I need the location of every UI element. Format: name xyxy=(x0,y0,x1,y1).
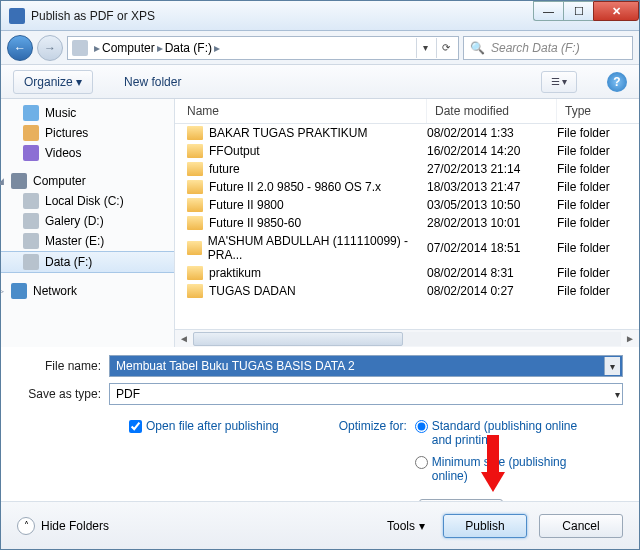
file-row[interactable]: Future II 2.0 9850 - 9860 OS 7.x18/03/20… xyxy=(175,178,639,196)
window-title: Publish as PDF or XPS xyxy=(31,9,533,23)
saveastype-select[interactable]: PDF▾ xyxy=(109,383,623,405)
horizontal-scrollbar[interactable]: ◄ ► xyxy=(175,329,639,347)
tools-menu[interactable]: Tools ▾ xyxy=(387,519,425,533)
file-name: Future II 9850-60 xyxy=(209,216,301,230)
folder-icon xyxy=(187,198,203,212)
scroll-thumb[interactable] xyxy=(193,332,403,346)
file-name: praktikum xyxy=(209,266,261,280)
optimize-standard-radio[interactable] xyxy=(415,420,428,433)
file-row[interactable]: praktikum08/02/2014 8:31File folder xyxy=(175,264,639,282)
file-name: BAKAR TUGAS PRAKTIKUM xyxy=(209,126,367,140)
tree-data-f[interactable]: Data (F:) xyxy=(1,251,174,273)
optimize-label: Optimize for: xyxy=(339,419,407,433)
file-row[interactable]: Future II 9850-6028/02/2013 10:01File fo… xyxy=(175,214,639,232)
chevron-down-icon: ▾ xyxy=(419,519,425,533)
window-buttons: — ☐ ✕ xyxy=(533,1,639,30)
chevron-right-icon: ▸ xyxy=(157,41,163,55)
filename-label: File name: xyxy=(17,359,109,373)
search-placeholder: Search Data (F:) xyxy=(491,41,580,55)
toolbar: Organize ▾ New folder ☰ ▾ ? xyxy=(1,65,639,99)
breadcrumb-drive[interactable]: Data (F:) xyxy=(165,41,212,55)
tree-local-disk-c[interactable]: Local Disk (C:) xyxy=(1,191,174,211)
column-date[interactable]: Date modified xyxy=(427,99,557,123)
file-type: File folder xyxy=(557,126,639,140)
footer: ˄ Hide Folders Tools ▾ Publish Cancel xyxy=(1,501,639,549)
view-mode-button[interactable]: ☰ ▾ xyxy=(541,71,577,93)
file-name: FFOutput xyxy=(209,144,260,158)
optimize-minimum-label: Minimum size (publishing online) xyxy=(432,455,592,483)
filename-input[interactable]: Membuat Tabel Buku TUGAS BASIS DATA 2▾ xyxy=(109,355,623,377)
breadcrumb-dropdown-icon[interactable]: ▾ xyxy=(416,38,434,58)
folder-icon xyxy=(187,284,203,298)
column-type[interactable]: Type xyxy=(557,99,639,123)
pictures-icon xyxy=(23,125,39,141)
cancel-button[interactable]: Cancel xyxy=(539,514,623,538)
expand-icon[interactable]: ▷ xyxy=(1,286,4,296)
saveastype-label: Save as type: xyxy=(17,387,109,401)
file-row[interactable]: BAKAR TUGAS PRAKTIKUM08/02/2014 1:33File… xyxy=(175,124,639,142)
minimize-button[interactable]: — xyxy=(533,1,563,21)
file-row[interactable]: FFOutput16/02/2014 14:20File folder xyxy=(175,142,639,160)
file-row[interactable]: future27/02/2013 21:14File folder xyxy=(175,160,639,178)
nav-forward-button[interactable]: → xyxy=(37,35,63,61)
refresh-icon[interactable]: ⟳ xyxy=(436,38,454,58)
file-type: File folder xyxy=(557,216,639,230)
tree-computer[interactable]: ◢Computer xyxy=(1,171,174,191)
save-form: File name: Membuat Tabel Buku TUGAS BASI… xyxy=(1,347,639,523)
chevron-right-icon: ▸ xyxy=(214,41,220,55)
file-list-pane: Name Date modified Type BAKAR TUGAS PRAK… xyxy=(175,99,639,347)
hide-folders-button[interactable]: ˄ Hide Folders xyxy=(17,517,109,535)
drive-icon xyxy=(23,193,39,209)
tree-master-e[interactable]: Master (E:) xyxy=(1,231,174,251)
scroll-right-icon[interactable]: ► xyxy=(621,333,639,344)
folder-icon xyxy=(187,266,203,280)
organize-button[interactable]: Organize ▾ xyxy=(13,70,93,94)
open-after-checkbox[interactable]: Open file after publishing xyxy=(129,419,279,491)
folder-icon xyxy=(187,144,203,158)
open-after-checkbox-input[interactable] xyxy=(129,420,142,433)
drive-icon xyxy=(23,233,39,249)
tree-pictures[interactable]: Pictures xyxy=(1,123,174,143)
dropdown-icon[interactable]: ▾ xyxy=(604,357,620,375)
titlebar: Publish as PDF or XPS — ☐ ✕ xyxy=(1,1,639,31)
new-folder-button[interactable]: New folder xyxy=(113,70,192,94)
file-date: 03/05/2013 10:50 xyxy=(427,198,557,212)
network-icon xyxy=(11,283,27,299)
tree-videos[interactable]: Videos xyxy=(1,143,174,163)
optimize-minimum-radio[interactable] xyxy=(415,456,428,469)
close-button[interactable]: ✕ xyxy=(593,1,639,21)
breadcrumb-computer[interactable]: Computer xyxy=(102,41,155,55)
file-date: 16/02/2014 14:20 xyxy=(427,144,557,158)
nav-back-button[interactable]: ← xyxy=(7,35,33,61)
drive-icon xyxy=(72,40,88,56)
search-input[interactable]: 🔍 Search Data (F:) xyxy=(463,36,633,60)
chevron-up-icon: ˄ xyxy=(17,517,35,535)
body: Music Pictures Videos ◢Computer Local Di… xyxy=(1,99,639,347)
folder-icon xyxy=(187,241,202,255)
optimize-group: Optimize for: Standard (publishing onlin… xyxy=(339,419,592,491)
breadcrumb[interactable]: ▸ Computer ▸ Data (F:) ▸ ▾ ⟳ xyxy=(67,36,459,60)
tree-network[interactable]: ▷Network xyxy=(1,281,174,301)
column-name[interactable]: Name xyxy=(175,99,427,123)
file-row[interactable]: Future II 980003/05/2013 10:50File folde… xyxy=(175,196,639,214)
dropdown-icon[interactable]: ▾ xyxy=(615,389,620,400)
optimize-standard-label: Standard (publishing online and printing… xyxy=(432,419,592,447)
maximize-button[interactable]: ☐ xyxy=(563,1,593,21)
drive-icon xyxy=(23,213,39,229)
column-headers: Name Date modified Type xyxy=(175,99,639,124)
tree-galery-d[interactable]: Galery (D:) xyxy=(1,211,174,231)
file-row[interactable]: TUGAS DADAN08/02/2014 0:27File folder xyxy=(175,282,639,300)
file-date: 28/02/2013 10:01 xyxy=(427,216,557,230)
file-date: 18/03/2013 21:47 xyxy=(427,180,557,194)
file-date: 08/02/2014 0:27 xyxy=(427,284,557,298)
help-button[interactable]: ? xyxy=(607,72,627,92)
publish-button[interactable]: Publish xyxy=(443,514,527,538)
scroll-left-icon[interactable]: ◄ xyxy=(175,333,193,344)
file-date: 08/02/2014 8:31 xyxy=(427,266,557,280)
address-bar: ← → ▸ Computer ▸ Data (F:) ▸ ▾ ⟳ 🔍 Searc… xyxy=(1,31,639,65)
tree-music[interactable]: Music xyxy=(1,103,174,123)
collapse-icon[interactable]: ◢ xyxy=(1,176,4,186)
scroll-track[interactable] xyxy=(193,332,621,346)
file-date: 08/02/2014 1:33 xyxy=(427,126,557,140)
file-row[interactable]: MA'SHUM ABDULLAH (111110099) - PRA...07/… xyxy=(175,232,639,264)
